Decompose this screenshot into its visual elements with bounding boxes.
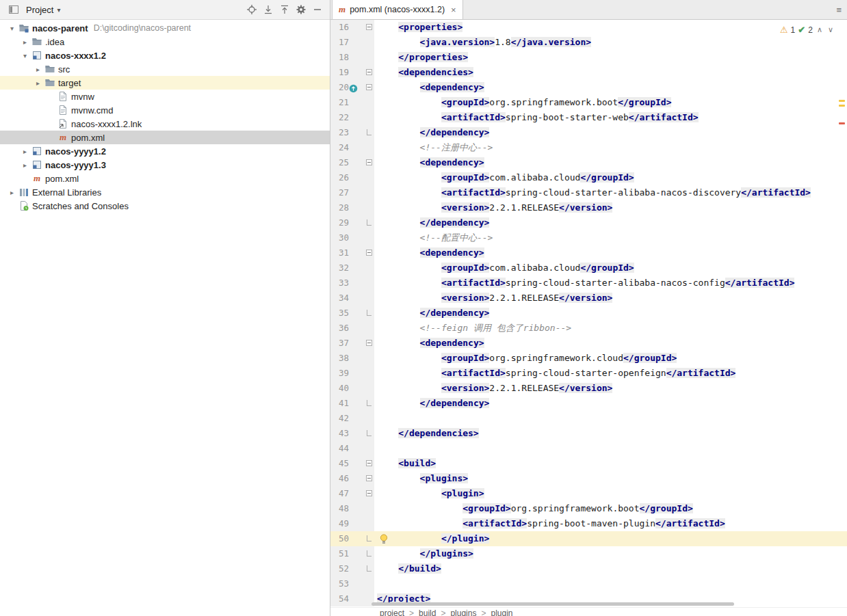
breadcrumb-plugin[interactable]: plugin (491, 608, 512, 616)
chevron-right-icon[interactable]: ▸ (31, 79, 44, 87)
code-line-23[interactable]: 23</dependency> (330, 125, 847, 140)
error-stripe-mark[interactable] (839, 122, 845, 124)
fold-marker-icon[interactable] (367, 310, 372, 316)
code-line-21[interactable]: 21<groupId>org.springframework.boot</gro… (330, 95, 847, 110)
intention-bulb-icon[interactable] (380, 534, 388, 549)
code-line-18[interactable]: 18</properties> (330, 50, 847, 65)
code-line-29[interactable]: 29</dependency> (330, 215, 847, 230)
breadcrumb-plugins[interactable]: plugins (450, 608, 476, 616)
fold-marker-icon[interactable] (367, 550, 372, 557)
code-line-20[interactable]: 20<dependency> (330, 80, 847, 95)
project-dropdown-caret-icon[interactable]: ▾ (57, 6, 60, 14)
code-line-25[interactable]: 25<dependency> (330, 155, 847, 170)
tab-list-menu-icon[interactable]: ≡ (836, 5, 842, 15)
tree-item-nacos-yyyy1.2[interactable]: ▸nacos-yyyy1.2 (0, 144, 330, 158)
code-line-46[interactable]: 46<plugins> (330, 471, 847, 486)
tree-item-.idea[interactable]: ▸.idea (0, 35, 330, 49)
code-line-44[interactable]: 44 (330, 441, 847, 456)
expand-all-icon[interactable] (260, 2, 276, 17)
fold-marker-icon[interactable] (367, 129, 372, 135)
tree-item-nacos-xxxx1.2[interactable]: ▾nacos-xxxx1.2 (0, 49, 330, 62)
code-line-50[interactable]: 50</plugin> (330, 531, 847, 546)
breadcrumb-project[interactable]: project (380, 608, 404, 616)
chevron-right-icon[interactable]: ▸ (18, 161, 31, 169)
code-line-33[interactable]: 33<artifactId>spring-cloud-starter-aliba… (330, 276, 847, 291)
warning-icon[interactable]: ⚠ (780, 25, 788, 35)
tree-item-mvnw[interactable]: mvnw (0, 90, 330, 103)
prev-issue-icon[interactable]: ∧ (816, 25, 824, 34)
code-line-37[interactable]: 37<dependency> (330, 336, 847, 351)
code-line-38[interactable]: 38<groupId>org.springframework.cloud</gr… (330, 351, 847, 366)
code-line-17[interactable]: 17<java.version>1.8</java.version> (330, 35, 847, 50)
tree-item-external-libraries[interactable]: ▸External Libraries (0, 185, 330, 199)
code-line-16[interactable]: 16<properties> (330, 20, 847, 35)
fold-marker-icon[interactable] (366, 84, 372, 90)
fold-marker-icon[interactable] (366, 460, 372, 466)
tree-item-nacos-xxxx1.2.lnk[interactable]: nacos-xxxx1.2.lnk (0, 117, 330, 131)
tree-item-src[interactable]: ▸src (0, 62, 330, 76)
code-line-35[interactable]: 35</dependency> (330, 306, 847, 321)
code-line-30[interactable]: 30<!--配置中心--> (330, 230, 847, 245)
hide-panel-icon[interactable] (309, 2, 326, 17)
chevron-down-icon[interactable]: ▾ (18, 52, 31, 59)
tree-item-pom.xml[interactable]: mpom.xml (0, 131, 330, 144)
code-line-24[interactable]: 24<!--注册中心--> (330, 140, 847, 155)
code-line-49[interactable]: 49<artifactId>spring-boot-maven-plugin</… (330, 516, 847, 531)
code-line-39[interactable]: 39<artifactId>spring-cloud-starter-openf… (330, 366, 847, 381)
tree-item-mvnw.cmd[interactable]: mvnw.cmd (0, 103, 330, 117)
horizontal-scrollbar[interactable] (372, 602, 734, 606)
chevron-right-icon[interactable]: ▸ (31, 66, 44, 73)
fold-marker-icon[interactable] (366, 24, 372, 30)
fold-marker-icon[interactable] (367, 400, 372, 406)
code-line-19[interactable]: 19<dependencies> (330, 65, 847, 80)
chevron-right-icon[interactable]: ▸ (18, 38, 31, 46)
close-tab-icon[interactable]: × (451, 5, 456, 15)
code-line-47[interactable]: 47<plugin> (330, 486, 847, 501)
project-panel-title[interactable]: Project (26, 5, 53, 15)
tree-item-nacos-yyyy1.3[interactable]: ▸nacos-yyyy1.3 (0, 158, 330, 172)
code-line-45[interactable]: 45<build> (330, 456, 847, 471)
code-line-52[interactable]: 52</build> (330, 561, 847, 576)
code-line-36[interactable]: 36<!--feign 调用 包含了ribbon--> (330, 321, 847, 336)
code-line-26[interactable]: 26<groupId>com.alibaba.cloud</groupId> (330, 170, 847, 185)
code-line-31[interactable]: 31<dependency> (330, 245, 847, 260)
select-opened-file-icon[interactable] (244, 2, 260, 17)
tree-item-scratches-and-consoles[interactable]: Scratches and Consoles (0, 199, 330, 213)
fold-marker-icon[interactable] (366, 69, 372, 75)
tree-item-nacos-parent[interactable]: ▾nacos-parentD:\gitcoding\nacos-parent (0, 21, 330, 35)
chevron-right-icon[interactable]: ▸ (18, 148, 31, 155)
chevron-down-icon[interactable]: ▾ (5, 25, 18, 32)
editor-tab-pom-xml[interactable]: m pom.xml (nacos-xxxx1.2) × (332, 0, 463, 19)
check-icon[interactable]: ✔ (798, 25, 805, 35)
settings-gear-icon[interactable] (293, 2, 309, 17)
code-line-34[interactable]: 34<version>2.2.1.RELEASE</version> (330, 291, 847, 306)
code-line-41[interactable]: 41</dependency> (330, 396, 847, 411)
code-line-43[interactable]: 43</dependencies> (330, 426, 847, 441)
error-stripe-mark[interactable] (839, 105, 845, 107)
tree-item-target[interactable]: ▸target (0, 76, 330, 90)
code-line-48[interactable]: 48<groupId>org.springframework.boot</gro… (330, 501, 847, 516)
fold-marker-icon[interactable] (367, 219, 372, 226)
fold-marker-icon[interactable] (367, 535, 372, 541)
fold-marker-icon[interactable] (367, 430, 372, 436)
fold-marker-icon[interactable] (366, 475, 372, 481)
next-issue-icon[interactable]: ∨ (826, 25, 835, 34)
fold-marker-icon[interactable] (366, 490, 372, 496)
fold-marker-icon[interactable] (366, 340, 372, 346)
code-line-42[interactable]: 42 (330, 411, 847, 426)
code-line-22[interactable]: 22<artifactId>spring-boot-starter-web</a… (330, 110, 847, 125)
error-stripe-mark[interactable] (839, 100, 845, 102)
code-line-40[interactable]: 40<version>2.2.1.RELEASE</version> (330, 381, 847, 396)
code-line-32[interactable]: 32<groupId>com.alibaba.cloud</groupId> (330, 260, 847, 276)
code-line-53[interactable]: 53 (330, 576, 847, 591)
tree-item-pom.xml[interactable]: mpom.xml (0, 172, 330, 185)
code-line-51[interactable]: 51</plugins> (330, 546, 847, 561)
breadcrumb-build[interactable]: build (419, 608, 436, 616)
fold-marker-icon[interactable] (367, 565, 372, 572)
collapse-all-icon[interactable] (276, 2, 293, 17)
fold-marker-icon[interactable] (366, 250, 372, 256)
chevron-right-icon[interactable]: ▸ (5, 189, 18, 196)
fold-marker-icon[interactable] (366, 159, 372, 165)
code-line-28[interactable]: 28<version>2.2.1.RELEASE</version> (330, 200, 847, 215)
code-line-27[interactable]: 27<artifactId>spring-cloud-starter-aliba… (330, 185, 847, 200)
